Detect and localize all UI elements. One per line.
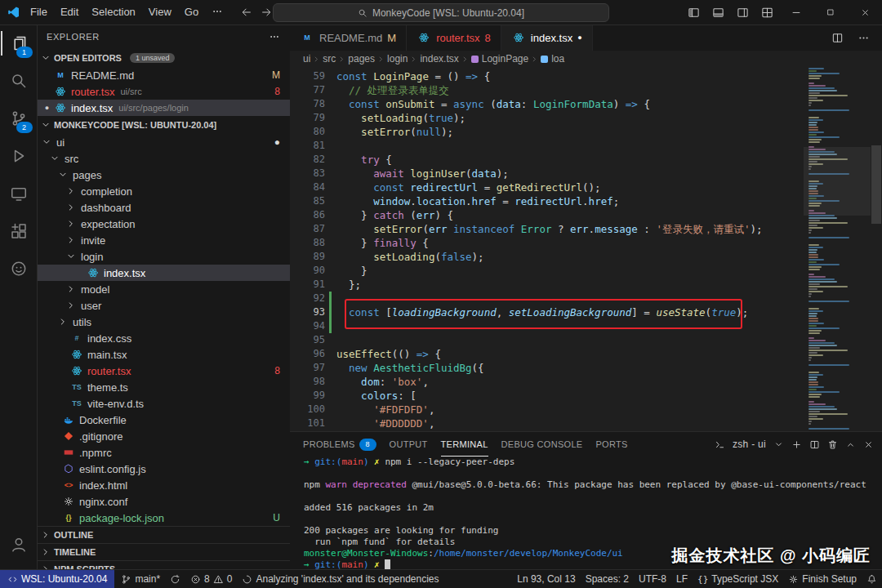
status-eol[interactable]: LF: [671, 570, 693, 588]
code-line[interactable]: 82 try {: [290, 153, 804, 167]
tree-item[interactable]: user: [37, 297, 290, 314]
code-line[interactable]: 80 setError(null);: [290, 125, 804, 139]
activity-remote-explorer[interactable]: [1, 175, 37, 212]
split-editor-icon[interactable]: [825, 25, 849, 50]
scrollbar-thumb[interactable]: [871, 145, 881, 224]
close-button[interactable]: [848, 0, 882, 24]
layout-panel-icon[interactable]: [706, 0, 730, 24]
code-line[interactable]: 85 window.location.href = redirectUrl.hr…: [290, 194, 804, 208]
menu-go[interactable]: Go: [178, 3, 205, 22]
tree-item[interactable]: expectation: [37, 216, 290, 232]
workspace-header[interactable]: MONKEYCODE [WSL: UBUNTU-20.04]: [37, 116, 290, 134]
breadcrumb-item[interactable]: src: [323, 53, 336, 65]
close-panel-icon[interactable]: [863, 439, 874, 450]
panel-tab-terminal[interactable]: TERMINAL: [441, 432, 488, 457]
panel-tab-debug-console[interactable]: DEBUG CONSOLE: [501, 432, 583, 457]
more-actions-icon[interactable]: [851, 25, 875, 50]
code-line[interactable]: 99 colors: [: [290, 389, 804, 403]
activity-explorer[interactable]: 1: [1, 24, 37, 62]
minimize-button[interactable]: [779, 0, 813, 24]
tab-README.md[interactable]: MREADME.mdM: [290, 24, 407, 51]
split-terminal-icon[interactable]: [809, 439, 820, 450]
tree-item[interactable]: login: [37, 248, 290, 265]
code-line[interactable]: 98 dom: 'box',: [290, 375, 804, 389]
status-encoding[interactable]: UTF-8: [634, 570, 671, 588]
code-line[interactable]: 89 setLoading(false);: [290, 250, 804, 264]
panel-tab-output[interactable]: OUTPUT: [390, 432, 428, 457]
code-line[interactable]: 81: [290, 139, 804, 153]
code-line[interactable]: 100 '#FDFDFD',: [290, 403, 804, 416]
activity-run-debug[interactable]: [1, 137, 37, 175]
tree-item[interactable]: dashboard: [37, 199, 290, 216]
menu-more-icon[interactable]: [205, 3, 229, 22]
menu-view[interactable]: View: [142, 3, 178, 22]
tree-item[interactable]: TSvite-env.d.ts: [37, 395, 290, 412]
layout-sidebar-right-icon[interactable]: [730, 0, 755, 24]
status-notifications[interactable]: [862, 570, 882, 588]
breadcrumb-item[interactable]: ui: [303, 53, 310, 65]
open-editor-item[interactable]: ●index.tsxui/src/pages/login: [37, 100, 290, 116]
tree-item[interactable]: model: [37, 281, 290, 297]
back-icon[interactable]: [241, 7, 252, 18]
tree-item[interactable]: <>index.html: [37, 477, 290, 493]
code-line[interactable]: 78 const onSubmit = async (data: LoginFo…: [290, 97, 804, 111]
activity-account[interactable]: [1, 526, 37, 564]
section-outline[interactable]: OUTLINE: [37, 527, 290, 544]
breadcrumb-item[interactable]: pages: [348, 53, 375, 65]
minimap-slider[interactable]: [804, 147, 871, 216]
open-editor-item[interactable]: router.tsxui/src8: [37, 83, 290, 100]
command-center[interactable]: MonkeyCode [WSL: Ubuntu-20.04]: [273, 3, 609, 22]
code-line[interactable]: 91 };: [290, 278, 804, 292]
tree-item[interactable]: nginx.conf: [37, 493, 290, 510]
status-cursor-position[interactable]: Ln 93, Col 13: [512, 570, 580, 588]
code-line[interactable]: 86 } catch (err) {: [290, 208, 804, 222]
new-terminal-icon[interactable]: [791, 439, 802, 450]
menu-file[interactable]: File: [24, 3, 54, 22]
maximize-button[interactable]: [813, 0, 848, 24]
status-language-mode[interactable]: {}TypeScript JSX: [693, 570, 783, 588]
code-line[interactable]: 94: [290, 319, 804, 333]
code-line[interactable]: 88 } finally {: [290, 236, 804, 250]
code-line[interactable]: 93 const [loadingBackground, setLoadingB…: [290, 305, 804, 319]
code-line[interactable]: 97 new AestheticFluidBg({: [290, 361, 804, 375]
more-actions-icon[interactable]: [269, 31, 280, 42]
status-finish-setup[interactable]: Finish Setup: [783, 570, 862, 588]
code-line[interactable]: 59const LoginPage = () => {: [290, 69, 804, 83]
chevron-down-icon[interactable]: [773, 439, 784, 450]
open-editor-item[interactable]: MREADME.mdM: [37, 67, 290, 83]
tab-router.tsx[interactable]: router.tsx8: [407, 24, 501, 51]
scrollbar[interactable]: [871, 67, 882, 431]
open-editors-header[interactable]: OPEN EDITORS 1 unsaved: [37, 49, 290, 67]
menu-selection[interactable]: Selection: [85, 3, 141, 22]
tree-item[interactable]: invite: [37, 232, 290, 248]
code-line[interactable]: 90 }: [290, 264, 804, 278]
breadcrumb-item[interactable]: index.tsx: [420, 53, 458, 65]
tree-item[interactable]: Dockerfile: [37, 412, 290, 428]
editor-code-area[interactable]: 59const LoginPage = () => {77 // 处理登录表单提…: [290, 67, 882, 431]
code-line[interactable]: 96useEffect(() => {: [290, 347, 804, 361]
code-line[interactable]: 95: [290, 333, 804, 347]
panel-tab-problems[interactable]: PROBLEMS8: [303, 432, 376, 457]
maximize-panel-icon[interactable]: [845, 439, 856, 450]
problems-indicator[interactable]: 80: [185, 570, 237, 588]
tree-item[interactable]: router.tsx8: [37, 363, 290, 379]
tree-item[interactable]: index.tsx: [37, 265, 290, 281]
section-timeline[interactable]: TIMELINE: [37, 544, 290, 561]
tree-item[interactable]: .gitignore: [37, 428, 290, 444]
code-line[interactable]: 77 // 处理登录表单提交: [290, 83, 804, 97]
kill-terminal-icon[interactable]: [827, 439, 838, 450]
customize-layout-icon[interactable]: [755, 0, 779, 24]
activity-search[interactable]: [1, 62, 37, 100]
tree-item[interactable]: .npmrc: [37, 444, 290, 461]
tree-item[interactable]: #index.css: [37, 330, 290, 346]
dirty-indicator[interactable]: ●: [577, 33, 581, 42]
tree-item[interactable]: src: [37, 150, 290, 167]
tree-item[interactable]: TStheme.ts: [37, 379, 290, 395]
layout-sidebar-left-icon[interactable]: [681, 0, 706, 24]
minimap[interactable]: [804, 67, 871, 431]
tab-index.tsx[interactable]: index.tsx●: [501, 24, 593, 51]
tree-item[interactable]: {}package-lock.jsonU: [37, 510, 290, 526]
activity-source-control[interactable]: 2: [1, 100, 37, 137]
tree-item[interactable]: main.tsx: [37, 346, 290, 363]
breadcrumb-item[interactable]: login: [387, 53, 408, 65]
